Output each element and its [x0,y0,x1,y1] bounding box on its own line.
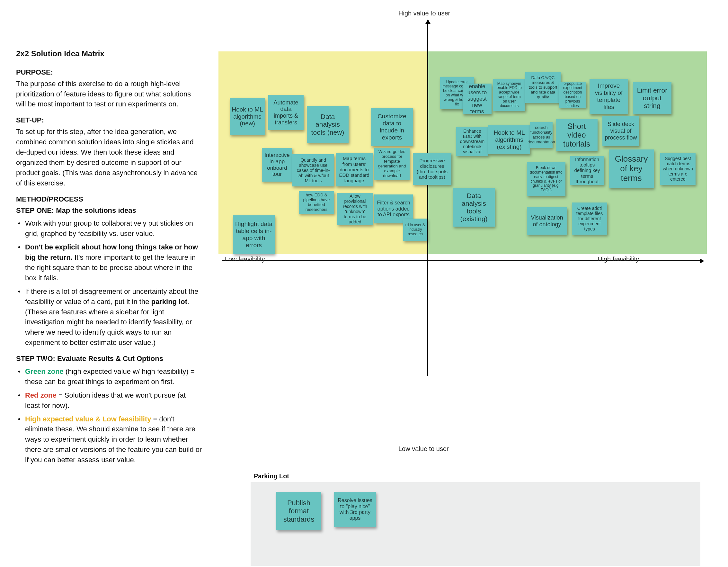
sticky-limit-error[interactable]: Limit error output string [633,82,671,114]
page-title: 2x2 Solution Idea Matrix [16,48,202,59]
sticky-glossary[interactable]: Glossary of key terms [609,149,654,188]
sticky-data-analysis-ex[interactable]: Data analysis tools (existing) [453,188,495,226]
sticky-hook-ml-new[interactable]: Hook to ML algorithms (new) [230,98,265,135]
purpose-heading: PURPOSE: [16,67,202,77]
setup-heading: SET-UP: [16,115,202,125]
step1-heading: STEP ONE: Map the solutions ideas [16,206,136,214]
matrix-canvas[interactable]: High value to user Low value to user Low… [218,10,713,556]
y-axis [427,22,428,376]
parking-lot-title: Parking Lot [254,473,289,480]
step1-item3: If there is a lot of disagreement or unc… [25,287,202,348]
sticky-hook-ml-existing[interactable]: Hook to ML algorithms (existing) [488,125,530,154]
sticky-short-video[interactable]: Short video tutorials [556,119,598,151]
sticky-search-all[interactable]: search functionality across all document… [530,122,553,148]
axis-label-bottom: Low value to user [398,445,449,453]
purpose-text: The purpose of this exercise to do a rou… [16,79,202,110]
x-axis-arrow-icon [700,258,704,263]
sticky-suggest-match[interactable]: Suggest best match terms when unknown te… [660,153,696,185]
sticky-populate-prev[interactable]: o-populate experiment description based … [559,82,586,108]
setup-text: To set up for this step, after the idea … [16,127,202,188]
method-heading: METHOD/PROCESS [16,194,202,204]
step2-item-green: Green zone (high expected value w/ high … [25,367,202,387]
sticky-data-qaqc[interactable]: Data QA/QC measures & tools to support a… [525,72,561,103]
axis-label-left: Low feasibility [225,255,265,263]
sticky-addtl-templates[interactable]: Create addtl template files for differen… [572,202,607,235]
sticky-map-synonym[interactable]: Map synonym enable EDD to accept wide ra… [493,79,525,111]
sticky-provisional-records[interactable]: Allow provisional records with 'unknown'… [337,193,373,225]
sticky-highlight-cells[interactable]: Highlight data table cells in-app with e… [233,215,275,254]
sticky-wizard-template[interactable]: Wizard-guided process for template gener… [374,148,410,180]
step1-item1: Work with your group to collaboratively … [25,218,202,239]
sticky-enhance-downstream[interactable]: Enhance EDD with downstream notebook vis… [456,127,488,156]
sticky-publish-standards[interactable]: Publish format standards [276,492,321,530]
sticky-info-tooltips[interactable]: Information tooltips defining key terms … [570,156,604,185]
sticky-viz-ontology[interactable]: Visualization of ontology [527,207,567,235]
step1-list: Work with your group to collaboratively … [16,218,202,348]
sticky-enable-suggest[interactable]: enable users to suggest new terms [463,84,492,114]
step2-heading: STEP TWO: Evaluate Results & Cut Options [16,355,163,363]
sticky-edd-pipelines[interactable]: how EDD & pipelines have benefited resea… [299,191,334,214]
step1-item2: Don't be explicit about how long things … [25,242,202,283]
sticky-slide-deck[interactable]: Slide deck visual of process flow [602,116,639,146]
sticky-breakdown-doc[interactable]: Break-down documentation into easy-to-di… [527,162,565,196]
step2-item-amber: High expected value & Low feasibility = … [25,414,202,465]
sticky-automate-imports[interactable]: Automate data imports & transfers [268,95,304,130]
sticky-user-industry[interactable]: rd in user & industry research [403,218,427,241]
sticky-customize-exports[interactable]: Customize data to incude in exports [371,108,413,146]
axis-label-right: High feasibility [598,255,639,263]
y-axis-arrow-icon [425,19,431,24]
step2-item-red: Red zone = Solution ideas that we won't … [25,390,202,411]
sticky-play-nice[interactable]: Resolve issues to "play nice" with 3rd p… [334,492,376,527]
sticky-data-analysis-new[interactable]: Data analysis tools (new) [307,106,349,143]
step2-list: Green zone (high expected value w/ high … [16,367,202,465]
sticky-interactive-onboard[interactable]: Interactive in-app onboard tour [262,148,292,182]
sticky-progressive-disc[interactable]: Progressive disclosures (thru hot spots … [413,153,451,185]
sticky-improve-template[interactable]: Improve visibility of template files [590,79,628,114]
sticky-map-terms-edd[interactable]: Map terms from users' documents to EDD s… [336,153,373,186]
sticky-quantify-usecases[interactable]: Quantify and showcase use cases of time-… [292,154,334,186]
instructions-sidebar: 2x2 Solution Idea Matrix PURPOSE: The pu… [16,48,202,468]
axis-label-top: High value to user [398,10,450,17]
